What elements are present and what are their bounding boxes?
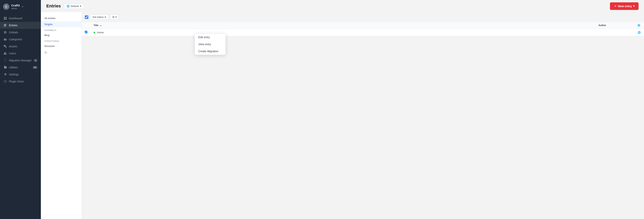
migration-manager-badge: 1	[34, 59, 37, 62]
svg-rect-3	[6, 19, 6, 20]
sidebar-nav: Dashboard Entries Globals Categories	[0, 13, 41, 219]
svg-point-13	[4, 52, 6, 53]
set-status-chevron-icon: ▾	[105, 16, 106, 19]
utilities-icon	[4, 66, 7, 69]
svg-rect-7	[4, 27, 6, 27]
brand-initial: C	[5, 5, 7, 8]
sidebar: C Craft3 admin ▾ Dashboard Entries	[0, 0, 41, 219]
entries-settings-icon: ⚙	[44, 51, 47, 54]
svg-point-16	[6, 82, 6, 83]
brand-admin: admin	[11, 7, 20, 10]
users-icon	[4, 52, 7, 55]
sidebar-label-settings: Settings	[9, 73, 19, 76]
brand-avatar: C	[3, 4, 9, 10]
row-globe-icon: 🌐	[638, 31, 641, 34]
sidebar-label-dashboard: Dashboard	[9, 17, 22, 20]
content-area: All entries Singles Channels Blog Struct…	[41, 12, 644, 219]
sidebar-item-entries[interactable]: Entries	[0, 22, 41, 29]
entries-item-blog[interactable]: Blog	[41, 32, 82, 38]
assets-icon	[4, 45, 7, 48]
sidebar-item-utilities[interactable]: Utilities 68	[0, 64, 41, 71]
gear-button[interactable]: ⚙ ▾	[110, 15, 119, 20]
table-toolbar: Set status ▾ ⚙ ▾	[82, 12, 644, 22]
brand-text: Craft3 admin	[11, 4, 20, 10]
context-menu: Edit entry View entry Create Migration	[194, 34, 226, 55]
plus-icon: ＋	[614, 4, 617, 8]
topbar-left: Entries 🌐 Default ▾	[46, 4, 84, 9]
view-selector-chevron-icon: ▾	[80, 5, 81, 8]
structure-label: Structure	[44, 45, 55, 48]
dashboard-icon	[4, 17, 7, 20]
svg-rect-5	[4, 25, 6, 25]
context-menu-item-create-migration[interactable]: Create Migration	[195, 48, 226, 55]
sort-asc-icon: ▲	[100, 24, 102, 27]
svg-rect-4	[4, 24, 6, 25]
sidebar-label-users: Users	[9, 52, 16, 55]
col-header-author[interactable]: Author	[595, 22, 634, 29]
sidebar-label-utilities: Utilities	[9, 66, 18, 69]
sidebar-item-users[interactable]: Users	[0, 50, 41, 57]
row-checkbox[interactable]	[85, 31, 87, 33]
settings-icon	[4, 73, 7, 76]
view-selector-button[interactable]: 🌐 Default ▾	[64, 4, 84, 9]
sidebar-label-migration-manager: Migration Manager	[9, 59, 32, 62]
sidebar-item-plugin-store[interactable]: Plugin Store	[0, 78, 41, 85]
entries-icon	[4, 24, 7, 27]
row-globe-cell[interactable]: 🌐	[634, 29, 644, 36]
new-entry-label: New entry	[618, 5, 632, 8]
create-migration-label: Create Migration	[198, 50, 218, 53]
entries-panel: All entries Singles Channels Blog Struct…	[41, 12, 82, 219]
context-menu-item-edit-entry[interactable]: Edit entry	[195, 34, 226, 41]
svg-rect-2	[4, 19, 5, 20]
row-title: Home	[97, 31, 104, 34]
new-entry-button[interactable]: ＋ New entry ▾	[610, 2, 638, 10]
svg-rect-1	[6, 17, 6, 18]
entries-item-all-entries[interactable]: All entries	[41, 15, 82, 21]
svg-rect-12	[5, 46, 6, 48]
brand-header[interactable]: C Craft3 admin ▾	[0, 0, 41, 13]
channels-section-label: Channels	[41, 27, 82, 32]
sidebar-item-categories[interactable]: Categories	[0, 36, 41, 43]
sidebar-item-globals[interactable]: Globals	[0, 29, 41, 36]
gear-chevron-icon: ▾	[116, 16, 117, 19]
globe-icon: 🌐	[66, 5, 70, 8]
title-col-label: Title	[94, 24, 98, 27]
sidebar-item-assets[interactable]: Assets	[0, 43, 41, 50]
svg-rect-6	[4, 26, 6, 26]
select-all-checkbox[interactable]	[85, 15, 88, 19]
sidebar-label-entries: Entries	[9, 24, 18, 27]
brand-chevron-icon: ▾	[22, 6, 23, 8]
svg-point-14	[6, 52, 6, 53]
brand-name: Craft3	[11, 4, 20, 7]
sidebar-label-categories: Categories	[9, 38, 22, 41]
svg-point-15	[5, 82, 5, 83]
sidebar-label-plugin-store: Plugin Store	[9, 80, 24, 83]
table-body: Home 🌐	[82, 29, 644, 36]
context-menu-item-view-entry[interactable]: View entry	[195, 41, 226, 48]
entries-bottom-settings[interactable]: ⚙	[41, 49, 82, 56]
sidebar-label-assets: Assets	[9, 45, 17, 48]
set-status-label: Set status	[92, 16, 104, 19]
entries-item-structure[interactable]: Structure	[41, 43, 82, 49]
table-header: Title ▲ Author 🌐	[82, 22, 644, 29]
globals-icon	[4, 31, 7, 34]
sidebar-label-globals: Globals	[9, 31, 18, 34]
col-header-globe: 🌐	[634, 22, 644, 29]
row-author-cell	[595, 29, 634, 36]
view-selector-label: Default	[71, 5, 79, 8]
set-status-button[interactable]: Set status ▾	[90, 15, 108, 20]
sidebar-item-dashboard[interactable]: Dashboard	[0, 15, 41, 22]
globe-col-icon: 🌐	[638, 24, 640, 27]
topbar: Entries 🌐 Default ▾ ＋ New entry ▾	[41, 0, 644, 12]
sidebar-item-settings[interactable]: Settings	[0, 71, 41, 78]
sidebar-item-migration-manager[interactable]: Migration Manager 1	[0, 57, 41, 64]
entries-item-singles[interactable]: Singles	[41, 21, 82, 27]
row-checkbox-cell[interactable]	[82, 29, 90, 36]
table-area: Set status ▾ ⚙ ▾ Title ▲	[82, 12, 644, 219]
row-title-cell[interactable]: Home	[90, 29, 595, 36]
plugin-store-icon	[4, 80, 7, 83]
new-entry-chevron-icon: ▾	[633, 4, 635, 8]
migration-icon	[4, 59, 7, 62]
col-header-checkbox	[82, 22, 90, 29]
col-header-title[interactable]: Title ▲	[90, 22, 595, 29]
